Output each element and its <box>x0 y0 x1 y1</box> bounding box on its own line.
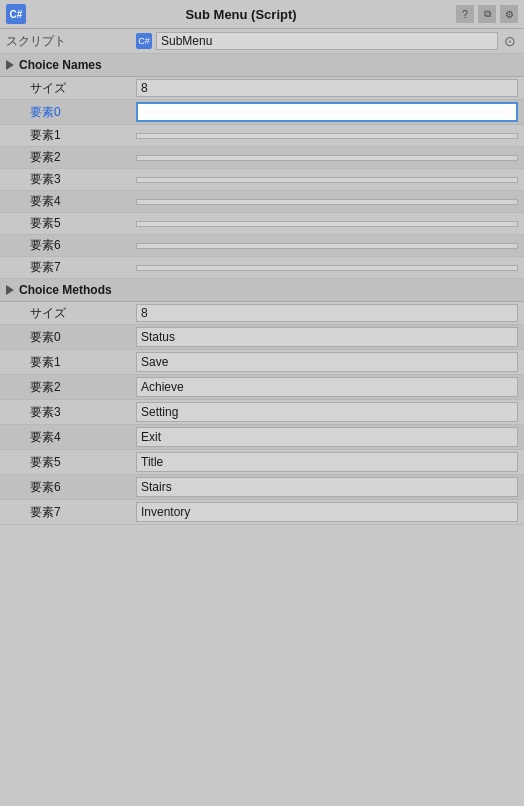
choice-names-element-4-value <box>136 199 518 205</box>
title-bar-actions: ? ⧉ ⚙ <box>456 5 518 23</box>
choice-names-element-3-row: 要素3 <box>0 169 524 191</box>
choice-names-element-1-row: 要素1 <box>0 125 524 147</box>
cs-icon: C# <box>6 4 26 24</box>
choice-methods-size-label: サイズ <box>6 305 136 322</box>
choice-methods-size-row: サイズ 8 <box>0 302 524 325</box>
choice-methods-element-1-label: 要素1 <box>6 354 136 371</box>
choice-names-element-0-row: 要素0 <box>0 100 524 125</box>
script-value-container: C# SubMenu ⊙ <box>136 32 518 50</box>
choice-names-section-header[interactable]: Choice Names <box>0 54 524 77</box>
choice-names-element-5-value <box>136 221 518 227</box>
choice-methods-element-4-value: Exit <box>136 427 518 447</box>
choice-methods-element-5-label: 要素5 <box>6 454 136 471</box>
choice-names-label: Choice Names <box>19 58 102 72</box>
choice-names-element-5-row: 要素5 <box>0 213 524 235</box>
choice-methods-element-0-value: Status <box>136 327 518 347</box>
choice-methods-element-4-row: 要素4 Exit <box>0 425 524 450</box>
choice-methods-triangle-icon <box>6 285 14 295</box>
choice-methods-element-3-row: 要素3 Setting <box>0 400 524 425</box>
choice-methods-element-5-value: Title <box>136 452 518 472</box>
script-value: SubMenu <box>156 32 498 50</box>
choice-names-element-2-value <box>136 155 518 161</box>
choice-names-element-3-value <box>136 177 518 183</box>
choice-names-size-value: 8 <box>136 79 518 97</box>
choice-methods-element-2-row: 要素2 Achieve <box>0 375 524 400</box>
choice-methods-element-2-value: Achieve <box>136 377 518 397</box>
choice-names-element-4-row: 要素4 <box>0 191 524 213</box>
choice-methods-element-1-value: Save <box>136 352 518 372</box>
choice-names-element-6-row: 要素6 <box>0 235 524 257</box>
choice-names-triangle-icon <box>6 60 14 70</box>
help-button[interactable]: ? <box>456 5 474 23</box>
script-gear-icon[interactable]: ⊙ <box>502 33 518 49</box>
choice-methods-element-1-row: 要素1 Save <box>0 350 524 375</box>
choice-names-element-7-row: 要素7 <box>0 257 524 279</box>
choice-names-element-4-label: 要素4 <box>6 193 136 210</box>
script-row: スクリプト C# SubMenu ⊙ <box>0 29 524 54</box>
choice-names-element-1-value <box>136 133 518 139</box>
choice-methods-element-6-row: 要素6 Stairs <box>0 475 524 500</box>
choice-methods-element-3-value: Setting <box>136 402 518 422</box>
choice-methods-size-value: 8 <box>136 304 518 322</box>
settings-button[interactable]: ⚙ <box>500 5 518 23</box>
choice-names-element-3-label: 要素3 <box>6 171 136 188</box>
script-label: スクリプト <box>6 33 136 50</box>
choice-methods-element-6-label: 要素6 <box>6 479 136 496</box>
choice-methods-element-4-label: 要素4 <box>6 429 136 446</box>
choice-names-size-label: サイズ <box>6 80 136 97</box>
title-bar-text: Sub Menu (Script) <box>32 7 450 22</box>
choice-names-element-1-label: 要素1 <box>6 127 136 144</box>
choice-names-element-7-label: 要素7 <box>6 259 136 276</box>
choice-names-element-6-value <box>136 243 518 249</box>
choice-methods-section-header[interactable]: Choice Methods <box>0 279 524 302</box>
choice-methods-element-7-label: 要素7 <box>6 504 136 521</box>
title-bar: C# Sub Menu (Script) ? ⧉ ⚙ <box>0 0 524 29</box>
choice-names-element-7-value <box>136 265 518 271</box>
choice-names-element-2-row: 要素2 <box>0 147 524 169</box>
choice-methods-element-7-row: 要素7 Inventory <box>0 500 524 525</box>
choice-names-element-6-label: 要素6 <box>6 237 136 254</box>
choice-names-element-5-label: 要素5 <box>6 215 136 232</box>
script-cs-icon: C# <box>136 33 152 49</box>
choice-names-element-0-input[interactable] <box>136 102 518 122</box>
choice-methods-element-6-value: Stairs <box>136 477 518 497</box>
choice-methods-element-3-label: 要素3 <box>6 404 136 421</box>
choice-methods-element-0-row: 要素0 Status <box>0 325 524 350</box>
choice-methods-element-2-label: 要素2 <box>6 379 136 396</box>
choice-methods-element-5-row: 要素5 Title <box>0 450 524 475</box>
choice-names-element-0-label: 要素0 <box>6 104 136 121</box>
expand-button[interactable]: ⧉ <box>478 5 496 23</box>
choice-names-size-row: サイズ 8 <box>0 77 524 100</box>
choice-methods-element-7-value: Inventory <box>136 502 518 522</box>
choice-names-element-2-label: 要素2 <box>6 149 136 166</box>
choice-methods-element-0-label: 要素0 <box>6 329 136 346</box>
choice-methods-label: Choice Methods <box>19 283 112 297</box>
